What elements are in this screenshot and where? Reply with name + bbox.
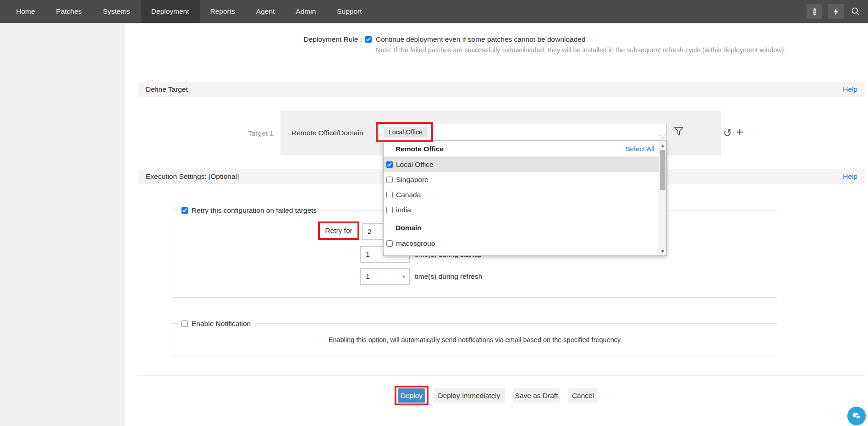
target-number-label: Target 1 bbox=[206, 129, 274, 138]
select-all-link[interactable]: Select All bbox=[625, 141, 654, 157]
nav-item-reports[interactable]: Reports bbox=[200, 0, 246, 23]
scroll-down-icon[interactable]: ▼ bbox=[659, 249, 666, 254]
dropdown-option-india[interactable]: india bbox=[384, 202, 659, 217]
left-sidebar bbox=[0, 23, 125, 426]
search-icon[interactable] bbox=[850, 6, 862, 17]
define-target-header: Define Target Help bbox=[138, 82, 865, 97]
live-chat-icon[interactable] bbox=[847, 407, 866, 425]
dropdown-option-macosgroup[interactable]: macosgroup bbox=[384, 236, 659, 251]
define-target-help-link[interactable]: Help bbox=[843, 82, 857, 97]
deployment-rule-note: Note: If the failed patches are successf… bbox=[376, 46, 786, 54]
nav-item-patches[interactable]: Patches bbox=[45, 0, 92, 23]
notification-legend: Enable Notification bbox=[178, 320, 254, 328]
dropdown-option-local-office[interactable]: Local Office bbox=[384, 157, 659, 172]
selected-target-chip[interactable]: Local Office bbox=[384, 127, 428, 138]
footer-divider bbox=[138, 375, 865, 376]
nav-item-deployment[interactable]: Deployment bbox=[141, 0, 200, 23]
singapore-checkbox[interactable] bbox=[386, 177, 393, 183]
domain-group-label: Domain bbox=[396, 224, 422, 232]
scroll-up-icon[interactable]: ▲ bbox=[659, 143, 666, 148]
canada-checkbox[interactable] bbox=[386, 192, 393, 198]
nav-item-admin[interactable]: Admin bbox=[285, 0, 326, 23]
define-target-title: Define Target bbox=[146, 85, 188, 93]
execution-settings-help-link[interactable]: Help bbox=[843, 169, 857, 184]
option-label: macosgroup bbox=[396, 239, 435, 248]
retry-refresh-suffix: time(s) during refresh bbox=[415, 272, 482, 281]
filter-icon[interactable] bbox=[674, 127, 684, 139]
execution-settings-title: Execution Settings: [Optional] bbox=[146, 172, 239, 180]
notification-description: Enabling this option, will automatically… bbox=[172, 336, 777, 343]
retry-refresh-count-value: 1 bbox=[366, 272, 370, 281]
lightning-bolt-icon[interactable] bbox=[828, 4, 844, 19]
cancel-button[interactable]: Cancel bbox=[568, 388, 598, 403]
enable-notification-checkbox[interactable] bbox=[181, 321, 188, 327]
deployment-rule-label: Deployment Rule : bbox=[247, 35, 362, 44]
local-office-checkbox[interactable] bbox=[386, 161, 393, 168]
dropdown-group-domain: Domain bbox=[384, 220, 659, 236]
linuxosgroup-checkbox[interactable] bbox=[386, 255, 393, 256]
remote-office-domain-label: Remote Office/Domain bbox=[291, 129, 363, 137]
retry-refresh-count-select[interactable]: 1 ▾ bbox=[360, 268, 410, 285]
india-checkbox[interactable] bbox=[386, 207, 393, 213]
dropdown-option-canada[interactable]: Canada bbox=[384, 187, 659, 202]
dropdown-option-singapore[interactable]: Singapore bbox=[384, 172, 659, 187]
dropdown-scrollbar[interactable]: ▲ ▼ bbox=[659, 141, 666, 255]
remote-office-group-label: Remote Office bbox=[396, 145, 444, 153]
option-label: linuxosgroup bbox=[396, 254, 436, 256]
input-resize-handle[interactable] bbox=[660, 135, 665, 139]
add-target-icon[interactable]: + bbox=[736, 125, 743, 139]
deployment-rule-option: Continue deployment even if some patches… bbox=[376, 35, 586, 44]
page-scroll-track[interactable] bbox=[865, 23, 865, 426]
top-navigation: Home Patches Systems Deployment Reports … bbox=[0, 0, 868, 23]
retry-for-label-highlighted: Retry for bbox=[318, 221, 359, 240]
retry-legend: Retry this configuration on failed targe… bbox=[178, 206, 320, 215]
nav-item-support[interactable]: Support bbox=[326, 0, 372, 23]
option-label: Singapore bbox=[396, 176, 429, 184]
deploy-button[interactable]: Deploy bbox=[398, 388, 425, 403]
retry-configuration-label: Retry this configuration on failed targe… bbox=[192, 206, 317, 215]
option-label: Canada bbox=[396, 191, 421, 199]
nav-item-agent[interactable]: Agent bbox=[246, 0, 286, 23]
option-label: india bbox=[396, 206, 411, 214]
nav-item-systems[interactable]: Systems bbox=[92, 0, 140, 23]
dropdown-option-linuxosgroup[interactable]: linuxosgroup bbox=[384, 251, 659, 256]
enable-notification-label: Enable Notification bbox=[192, 320, 251, 328]
save-as-draft-button[interactable]: Save as Draft bbox=[513, 388, 560, 403]
deployment-rule-checkbox[interactable] bbox=[365, 36, 372, 43]
dropdown-group-remote-office: Remote Office Select All bbox=[384, 141, 659, 157]
option-label: Local Office bbox=[396, 160, 434, 169]
nav-item-home[interactable]: Home bbox=[5, 0, 45, 23]
deploy-immediately-button[interactable]: Deploy Immediately bbox=[433, 388, 505, 403]
dropdown-scrollbar-thumb[interactable] bbox=[660, 150, 665, 190]
chevron-down-icon: ▾ bbox=[402, 273, 405, 280]
patch-deployment-page: Home Patches Systems Deployment Reports … bbox=[0, 0, 868, 426]
macosgroup-checkbox[interactable] bbox=[386, 240, 393, 247]
nav-right-icons bbox=[807, 0, 868, 23]
reset-icon[interactable]: ↺ bbox=[723, 127, 732, 139]
retry-configuration-checkbox[interactable] bbox=[181, 207, 188, 214]
rocket-icon[interactable] bbox=[807, 4, 822, 19]
target-combo-input[interactable]: Local Office bbox=[379, 124, 667, 141]
target-dropdown-panel: Remote Office Select All Local Office Si… bbox=[383, 141, 667, 256]
